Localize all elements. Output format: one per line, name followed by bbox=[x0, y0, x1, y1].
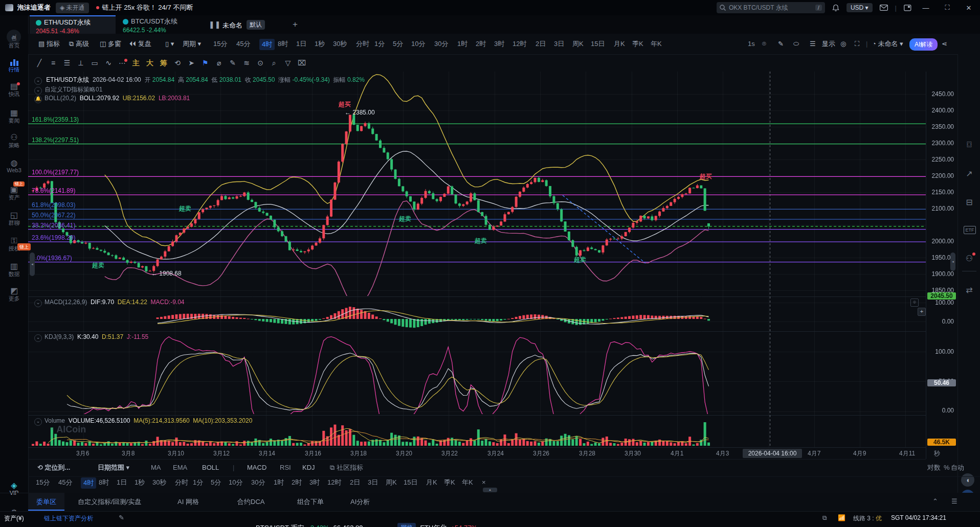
camera-icon[interactable]: ⌾ bbox=[762, 39, 766, 49]
target-icon[interactable]: ◎ bbox=[840, 39, 846, 49]
close-timeframe-button[interactable]: × bbox=[482, 477, 486, 488]
collapse-panel-button[interactable]: ▲ bbox=[483, 488, 497, 492]
sidebar-item-资产[interactable]: ▣资产链上 bbox=[0, 186, 28, 201]
draw-pencil-icon[interactable]: ✎ bbox=[778, 39, 784, 49]
overlay-ma-button[interactable]: MA bbox=[151, 463, 161, 473]
sidebar-item-数据[interactable]: ▥数据 bbox=[0, 262, 28, 278]
timeframe-2时[interactable]: 2时 bbox=[292, 477, 302, 488]
timeframe-30秒[interactable]: 30秒 bbox=[152, 477, 166, 488]
filter-icon[interactable]: ▽ bbox=[283, 58, 293, 68]
interval-1s-label[interactable]: 1s bbox=[748, 39, 755, 49]
timeframe-30分[interactable]: 30分 bbox=[434, 39, 448, 49]
pane-add-icon[interactable]: + bbox=[918, 308, 926, 316]
ind-rsi-button[interactable]: RSI bbox=[280, 463, 291, 473]
wave-icon[interactable]: ∿ bbox=[103, 58, 114, 68]
timeframe-5分[interactable]: 5分 bbox=[211, 477, 221, 488]
bottom-tab-AI 网格[interactable]: AI 网格 bbox=[169, 493, 207, 511]
timeframe-1分[interactable]: 1分 bbox=[374, 39, 385, 49]
rect-icon[interactable]: ▭ bbox=[90, 58, 100, 68]
community-indicators-button[interactable]: ⧉ 社区指标 bbox=[330, 463, 363, 473]
timeframe-分时[interactable]: 分时 bbox=[175, 477, 188, 488]
screener-monitor-icon[interactable]: ⊟ bbox=[958, 197, 980, 207]
sidebar-item-要闻[interactable]: ▦要闻 bbox=[0, 109, 28, 125]
edit-pencil-icon[interactable]: ✎ bbox=[119, 514, 124, 521]
add-tab-button[interactable]: + bbox=[293, 19, 298, 30]
candle-style-button[interactable]: ▯ ▾ bbox=[165, 39, 174, 49]
advanced-button[interactable]: ⧉ 高级 bbox=[69, 39, 89, 49]
sidebar-item-Web3[interactable]: ◍Web3 bbox=[0, 159, 28, 173]
ruler-icon[interactable]: ⌀ bbox=[214, 58, 224, 68]
delete-icon[interactable]: ⌧ bbox=[297, 58, 307, 68]
seconds-toggle[interactable]: 秒 bbox=[934, 449, 940, 458]
close-button[interactable]: ✕ bbox=[962, 4, 976, 12]
onchain-tag[interactable]: 链上 bbox=[17, 243, 31, 250]
percent-scale-toggle[interactable]: % bbox=[944, 463, 950, 473]
timeframe-15日[interactable]: 15日 bbox=[591, 39, 605, 49]
fullscreen-icon[interactable]: ⛶ bbox=[855, 39, 859, 49]
timeframe-1日[interactable]: 1日 bbox=[296, 39, 306, 49]
rotate-icon[interactable]: ⟲ bbox=[172, 58, 183, 68]
timeframe-周K[interactable]: 周K bbox=[572, 39, 584, 49]
timeframe-2时[interactable]: 2时 bbox=[476, 39, 486, 49]
ai-analysis-badge[interactable]: AI解读 bbox=[909, 38, 938, 51]
comment-icon[interactable]: ⬭ bbox=[793, 39, 799, 49]
search-input[interactable]: OKX BTC/USDT 永续 / bbox=[717, 2, 825, 13]
timeframe-2日[interactable]: 2日 bbox=[536, 39, 546, 49]
timeframe-45分[interactable]: 45分 bbox=[58, 477, 72, 488]
timeframe-季K[interactable]: 季K bbox=[632, 39, 643, 49]
timeframe-8时[interactable]: 8时 bbox=[278, 39, 288, 49]
date-range-button[interactable]: 日期范围 ▾ bbox=[98, 463, 129, 473]
trend-up-icon[interactable]: ↗ bbox=[958, 169, 980, 178]
overlay-ema-button[interactable]: EMA bbox=[173, 463, 187, 473]
maximize-button[interactable]: ⛶ bbox=[940, 4, 954, 12]
tab-eth-usdt[interactable]: ETH/USDT永续 2045.51 -4.36% bbox=[30, 15, 116, 34]
ticker-row[interactable]: BTC/USDT 币安 -2.42% 66,463.89 网格 ETH年化 +5… bbox=[256, 523, 477, 527]
timeframe-4时[interactable]: 4时 bbox=[259, 39, 275, 50]
sidebar-item-快讯[interactable]: ▤快讯 bbox=[0, 82, 28, 98]
flag-icon[interactable]: ⚑ bbox=[200, 58, 210, 68]
timeframe-2日[interactable]: 2日 bbox=[350, 477, 360, 488]
robot-icon[interactable]: ⚇ bbox=[958, 254, 980, 263]
timeframe-月K[interactable]: 月K bbox=[614, 39, 625, 49]
bottom-tab-自定义指标/回测/实盘[interactable]: 自定义指标/回测/实盘 bbox=[70, 493, 149, 511]
layout-name[interactable]: 未命名 bbox=[222, 21, 242, 30]
timeframe-分时[interactable]: 分时 bbox=[356, 39, 369, 49]
minimize-button[interactable]: — bbox=[919, 4, 933, 12]
line-status[interactable]: 线路 3 : 优 bbox=[853, 514, 882, 523]
timeframe-30分[interactable]: 30分 bbox=[251, 477, 265, 488]
more-dots-icon[interactable]: ⋯ bbox=[117, 58, 127, 68]
bottom-tab-委单区[interactable]: 委单区 bbox=[28, 493, 64, 511]
lines-icon[interactable]: ☰ bbox=[62, 58, 72, 68]
time-axis[interactable]: 3月63月83月103月123月143月163月183月203月223月243月… bbox=[28, 448, 926, 460]
pane-screenshot-icon[interactable]: ⌾ bbox=[910, 299, 919, 307]
timeframe-3日[interactable]: 3日 bbox=[368, 477, 378, 488]
timeframe-3日[interactable]: 3日 bbox=[554, 39, 564, 49]
layout-default-badge[interactable]: 默认 bbox=[247, 20, 265, 30]
timeframe-1时[interactable]: 1时 bbox=[457, 39, 467, 49]
timeframe-12时[interactable]: 12时 bbox=[513, 39, 526, 49]
timeframe-3时[interactable]: 3时 bbox=[309, 477, 320, 488]
monitor-icon[interactable]: ⧉ bbox=[822, 514, 827, 521]
currency-select[interactable]: USD ▾ bbox=[847, 3, 873, 12]
ind-macd-button[interactable]: MACD bbox=[247, 463, 266, 473]
notification-bell-icon[interactable] bbox=[832, 4, 839, 12]
sidebar-item-更多[interactable]: ◩更多 bbox=[0, 287, 28, 303]
swap-icon[interactable]: ⇄ bbox=[958, 285, 980, 295]
replay-button[interactable]: ⏴⏴ 复盘 bbox=[129, 39, 151, 49]
timeframe-4时[interactable]: 4时 bbox=[81, 477, 96, 489]
layer-筹-button[interactable]: 筹 bbox=[159, 58, 169, 68]
mail-icon[interactable] bbox=[880, 5, 888, 11]
layout-restore-icon[interactable] bbox=[904, 5, 911, 11]
sidebar-item-首页[interactable]: ⌂首页 bbox=[0, 34, 28, 50]
timeframe-季K[interactable]: 季K bbox=[444, 477, 455, 488]
timeframe-12时[interactable]: 12时 bbox=[327, 477, 341, 488]
timeframe-30秒[interactable]: 30秒 bbox=[333, 39, 347, 49]
auto-scale-toggle[interactable]: 自动 bbox=[951, 463, 964, 473]
timeframe-15分[interactable]: 15分 bbox=[213, 39, 227, 49]
timeframe-1秒[interactable]: 1秒 bbox=[315, 39, 325, 49]
asset-label[interactable]: 资产(¥) bbox=[4, 514, 24, 523]
tab-btc-usdt[interactable]: BTC/USDT永续 66422.5 -2.44% bbox=[117, 15, 198, 34]
collapse-chevron-icon[interactable]: ⌃ bbox=[932, 497, 938, 505]
display-menu[interactable]: 显示 bbox=[822, 39, 835, 49]
bottom-tab-组合下单[interactable]: 组合下单 bbox=[289, 493, 332, 511]
